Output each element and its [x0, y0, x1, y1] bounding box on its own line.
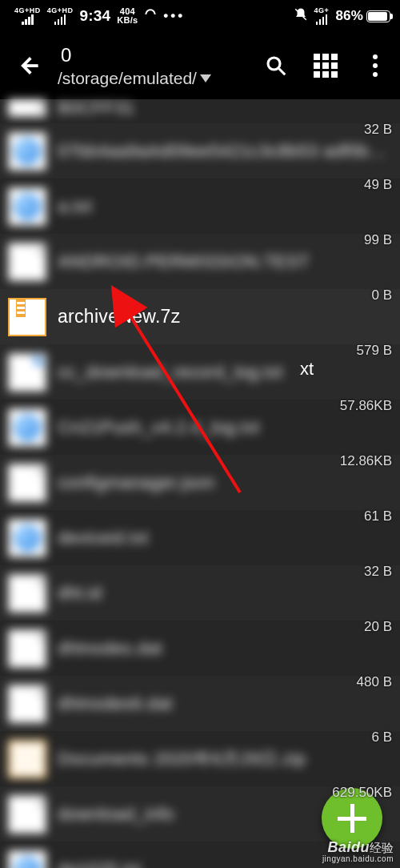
app-bar: 0 /storage/emulated/	[0, 32, 400, 99]
file-name: dhtnodes6.dat	[58, 693, 172, 714]
file-thumb-doc-icon	[8, 464, 46, 502]
file-size: 32 B	[364, 564, 392, 580]
clock: 9:34	[80, 7, 111, 25]
file-row[interactable]: deviceid.txt32 B	[0, 510, 400, 565]
file-thumb-archive-icon	[8, 298, 46, 336]
file-row[interactable]: dhtnodes6.dat6 B	[0, 676, 400, 731]
back-button[interactable]	[8, 44, 51, 87]
file-thumb-globe-icon	[8, 519, 46, 557]
file-size: 0 B	[371, 287, 392, 303]
file-thumb-doc-icon	[8, 795, 46, 834]
file-thumb-doc-icon	[8, 243, 46, 281]
file-thumb-globe-icon	[8, 408, 46, 447]
file-name: ANDROID.PERMISSION.TEST	[58, 251, 310, 272]
file-size: 57.86KB	[340, 398, 392, 414]
status-bar: 4G+HD 4G+HD 9:34 404 KB/s ••• 4G+ 86%	[0, 0, 400, 32]
file-size: 12.86KB	[340, 453, 392, 469]
file-row[interactable]: dht.id20 B	[0, 565, 400, 621]
file-size: 6 B	[371, 729, 392, 745]
file-name: configmanager.json	[58, 472, 214, 493]
selection-count: 0	[58, 42, 248, 67]
file-size: 480 B	[357, 674, 392, 690]
svg-point-1	[268, 58, 280, 70]
current-path: /storage/emulated/	[58, 67, 197, 89]
file-size: 32 B	[364, 122, 392, 138]
file-row[interactable]: a.txt99 B	[0, 179, 400, 234]
file-name: dhtnodes.dat	[58, 638, 162, 659]
file-name: dq1025.ini	[58, 859, 142, 869]
signal-1-icon: 4G+HD	[14, 7, 41, 25]
file-name: cc_download_record_log.txt	[58, 362, 283, 383]
hotspot-icon	[144, 8, 157, 25]
file-row[interactable]: dhtnodes.dat480 B	[0, 621, 400, 676]
file-size: 629.50KB	[332, 785, 392, 801]
file-row[interactable]: Documents 2020年6月29日.zip629.50KB	[0, 731, 400, 786]
back-arrow-icon	[18, 54, 42, 78]
dropdown-icon	[200, 74, 211, 82]
battery-icon	[366, 10, 390, 22]
file-size: 99 B	[364, 232, 392, 248]
net-speed: 404 KB/s	[117, 7, 138, 25]
file-thumb-doc-icon	[8, 574, 46, 613]
file-name: Documents 2020年6月29日.zip	[58, 747, 306, 771]
file-size: 61 B	[364, 508, 392, 524]
file-name: 07bb4aa9aAd09ee5421c3c8b53 adf0b8.id.txt	[58, 141, 392, 162]
file-row[interactable]: cc_download_record_log.txt57.86KB	[0, 344, 400, 400]
file-size: 579 B	[357, 343, 392, 359]
file-row[interactable]: archiveNew.7z579 B	[0, 289, 400, 344]
file-name: download_info	[58, 804, 174, 825]
status-right: 4G+ 86%	[294, 7, 390, 26]
grid-icon	[314, 54, 338, 78]
status-left: 4G+HD 4G+HD 9:34 404 KB/s •••	[14, 7, 185, 25]
file-thumb-archive-big-icon	[8, 740, 46, 778]
file-name: deviceid.txt	[58, 528, 149, 549]
search-icon	[264, 54, 288, 78]
file-name: B0CFF31	[58, 98, 134, 119]
more-icon: •••	[163, 8, 185, 24]
file-size: 49 B	[364, 177, 392, 193]
bell-off-icon	[294, 7, 308, 26]
file-thumb-globe-icon	[8, 850, 46, 869]
file-thumb-globe-icon	[8, 132, 46, 171]
file-name: archiveNew.7z	[58, 306, 180, 328]
signal-2-icon: 4G+HD	[47, 7, 74, 25]
watermark: Baidu经验 jingyan.baidu.com	[322, 840, 394, 863]
file-thumb-doc-icon	[8, 99, 46, 117]
file-list[interactable]: B0CFF3132 B07bb4aa9aAd09ee5421c3c8b53 ad…	[0, 99, 400, 868]
svg-line-2	[279, 69, 286, 75]
file-thumb-doc-icon	[8, 629, 46, 668]
file-size: 20 B	[364, 619, 392, 635]
file-thumb-doc-blue-icon	[8, 353, 46, 392]
signal-3-icon: 4G+	[314, 7, 330, 25]
kebab-icon	[373, 54, 378, 77]
file-name: dht.id	[58, 583, 102, 604]
file-thumb-doc-icon	[8, 685, 46, 723]
file-row[interactable]: B0CFF3132 B	[0, 99, 400, 123]
file-thumb-globe-icon	[8, 187, 46, 226]
search-button[interactable]	[254, 44, 298, 87]
view-toggle-button[interactable]	[304, 44, 347, 87]
battery: 86%	[335, 8, 390, 24]
file-row[interactable]: ANDROID.PERMISSION.TEST0 B	[0, 234, 400, 289]
file-row[interactable]: 07bb4aa9aAd09ee5421c3c8b53 adf0b8.id.txt…	[0, 123, 400, 179]
breadcrumb[interactable]: 0 /storage/emulated/	[58, 42, 248, 89]
file-name: a.txt	[58, 196, 92, 217]
file-name: Cn21Push_v4.2.4_log.txt	[58, 417, 260, 438]
battery-pct: 86%	[335, 8, 363, 24]
overflow-menu-button[interactable]	[354, 44, 397, 87]
